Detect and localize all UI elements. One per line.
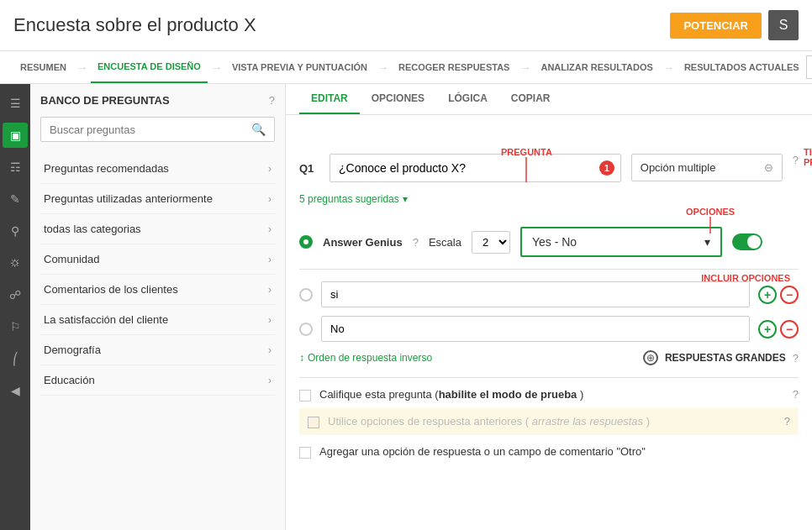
tab-encuesta[interactable]: ENCUESTA DE DISEÑO xyxy=(91,51,208,83)
page-title: Encuesta sobre el producto X xyxy=(13,14,256,36)
checkbox-2-italic: arrastre las respuestas xyxy=(532,415,643,428)
chevron-right-icon: › xyxy=(268,254,272,265)
add-option-0-button[interactable]: + xyxy=(758,286,777,304)
arrow-3: → xyxy=(377,61,388,74)
sidebar-icon-survey[interactable]: ☰ xyxy=(3,91,28,116)
question-badge: 1 xyxy=(599,160,614,176)
radio-inner xyxy=(303,239,308,244)
tab-copiar-label: COPIAR xyxy=(511,92,551,104)
question-row: Q1 1 Opción multiple ⊖ ? xyxy=(299,154,799,182)
escala-select[interactable]: 2 3 4 5 xyxy=(472,231,510,254)
sidebar-item-satisfaccion[interactable]: La satisfacción del cliente › xyxy=(40,305,275,335)
checkbox-2-text-start: Utilice opciones de respuesta anteriores… xyxy=(328,415,532,428)
answer-genius-radio[interactable] xyxy=(299,235,313,249)
sidebar-help-icon[interactable]: ? xyxy=(269,94,275,107)
options-value: Yes - No xyxy=(532,235,577,249)
remove-option-0-button[interactable]: − xyxy=(780,286,799,304)
toggle-ball xyxy=(747,235,761,249)
answer-genius-row: Answer Genius ? Escala 2 3 4 5 Yes - No … xyxy=(299,227,799,270)
proximo-button[interactable]: PRÓXIMO → xyxy=(806,55,812,79)
tab-copiar[interactable]: COPIAR xyxy=(499,84,562,114)
large-responses-help-icon[interactable]: ? xyxy=(793,352,799,365)
sidebar-icon-bank[interactable]: ▣ xyxy=(3,123,28,148)
large-responses-label: RESPUESTAS GRANDES xyxy=(665,352,786,364)
sidebar-icon-copy[interactable]: ⎛ xyxy=(3,346,28,371)
answer-option-0: + − xyxy=(299,281,799,307)
question-help-icon[interactable]: ? xyxy=(793,154,799,166)
tab-analizar[interactable]: ANALIZAR RESULTADOS xyxy=(534,52,659,82)
search-icon: 🔍 xyxy=(251,123,266,136)
answer-genius-help-icon[interactable]: ? xyxy=(413,236,419,249)
option-radio-0[interactable] xyxy=(299,288,313,302)
sidebar-item-educacion[interactable]: Educación › xyxy=(40,365,275,396)
sidebar-panel: BANCO DE PREGUNTAS ? 🔍 Preguntas recomen… xyxy=(30,84,285,530)
checkbox-2-help-icon[interactable]: ? xyxy=(784,415,790,428)
annotation-tipo: TIPO DE PREGUNTA xyxy=(804,147,812,167)
chevron-right-icon: › xyxy=(268,314,272,326)
tab-logica-label: LÓGICA xyxy=(448,92,488,104)
option-buttons-1: + − xyxy=(758,320,799,338)
checkbox-1[interactable] xyxy=(299,390,311,401)
checkbox-1-text-start: Califique esta pregunta ( xyxy=(319,388,439,401)
search-input[interactable] xyxy=(50,123,251,136)
question-type-wrap: Opción multiple ⊖ xyxy=(631,154,783,181)
tab-analizar-label: ANALIZAR RESULTADOS xyxy=(540,62,652,72)
content-area: EDITAR OPCIONES LÓGICA COPIAR PREGUNTA xyxy=(286,84,812,530)
checkbox-3[interactable] xyxy=(299,447,311,459)
sidebar-item-comunidad[interactable]: Comunidad › xyxy=(40,244,275,275)
sidebar-item-categorias[interactable]: todas las categorias › xyxy=(40,214,275,244)
question-type-label: Opción multiple xyxy=(641,161,716,174)
answer-genius-toggle[interactable] xyxy=(732,234,762,250)
sidebar-icon-list[interactable]: ☍ xyxy=(3,282,28,307)
sidebar-icon-arrow[interactable]: ◀ xyxy=(3,378,28,403)
content-tabs: EDITAR OPCIONES LÓGICA COPIAR xyxy=(286,84,812,115)
remove-option-1-button[interactable]: − xyxy=(780,320,799,338)
user-button[interactable]: S xyxy=(768,10,799,40)
question-type-select[interactable]: Opción multiple ⊖ xyxy=(631,154,783,181)
suggestions-text: 5 preguntas sugeridas xyxy=(299,193,399,205)
tab-actuales[interactable]: RESULTADOS ACTUALES xyxy=(678,52,806,82)
sidebar-icon-chart[interactable]: ☶ xyxy=(3,155,28,180)
option-input-1[interactable] xyxy=(321,316,750,342)
sidebar-item-label: Preguntas utilizadas anteriormente xyxy=(44,192,213,205)
large-responses-area: ⊕ RESPUESTAS GRANDES ? xyxy=(643,350,799,365)
sidebar-item-utilizadas[interactable]: Preguntas utilizadas anteriormente › xyxy=(40,184,275,214)
tab-logica[interactable]: LÓGICA xyxy=(436,84,499,114)
reverse-order-link[interactable]: ↕ Orden de respuesta inverso xyxy=(299,352,432,364)
sidebar-header: BANCO DE PREGUNTAS ? xyxy=(40,94,275,107)
checkbox-row-2: Utilice opciones de respuesta anteriores… xyxy=(299,408,799,435)
options-dropdown[interactable]: Yes - No ▾ xyxy=(520,227,722,257)
large-plus-icon[interactable]: ⊕ xyxy=(643,350,658,365)
suggestions-link[interactable]: 5 preguntas sugeridas ▾ xyxy=(299,193,408,205)
option-input-0[interactable] xyxy=(321,281,750,307)
reverse-order-text: Orden de respuesta inverso xyxy=(308,352,432,364)
question-input[interactable] xyxy=(330,154,621,182)
escala-label: Escala xyxy=(429,236,461,249)
search-box: 🔍 xyxy=(40,117,275,142)
sidebar-item-label: todas las categorias xyxy=(44,223,141,235)
potenciar-button[interactable]: POTENCIAR xyxy=(670,13,762,39)
checkbox-1-help-icon[interactable]: ? xyxy=(793,388,799,401)
tab-editar[interactable]: EDITAR xyxy=(299,84,360,114)
chevron-right-icon: › xyxy=(268,163,272,175)
sidebar-item-label: Demografía xyxy=(44,344,101,356)
checkbox-2[interactable] xyxy=(308,417,319,428)
checkbox-2-text-end: ) xyxy=(643,415,650,428)
sidebar-icon-branch[interactable]: ⚲ xyxy=(3,218,28,244)
option-radio-1[interactable] xyxy=(299,323,313,336)
sidebar-item-demografia[interactable]: Demografía › xyxy=(40,335,275,365)
sidebar-icon-settings[interactable]: ⛭ xyxy=(3,250,28,275)
sidebar-item-label: Comunidad xyxy=(44,253,100,265)
sidebar-item-comentarios[interactable]: Comentarios de los clientes › xyxy=(40,275,275,305)
tab-recoger[interactable]: RECOGER RESPUESTAS xyxy=(392,52,516,82)
nav-tabs: RESUMEN → ENCUESTA DE DISEÑO → VISTA PRE… xyxy=(0,51,812,84)
sidebar-icon-pen[interactable]: ✎ xyxy=(3,186,28,212)
tab-preview[interactable]: VISTA PREVIA Y PUNTUACIÓN xyxy=(225,52,374,82)
tab-encuesta-label: ENCUESTA DE DISEÑO xyxy=(98,61,201,71)
tab-opciones[interactable]: OPCIONES xyxy=(360,84,436,114)
tab-resumen[interactable]: RESUMEN xyxy=(13,52,73,82)
sidebar-icon-tag[interactable]: ⚐ xyxy=(3,314,28,339)
tab-actuales-label: RESULTADOS ACTUALES xyxy=(684,62,799,72)
sidebar-item-recomendadas[interactable]: Preguntas recomendadas › xyxy=(40,154,275,184)
add-option-1-button[interactable]: + xyxy=(758,320,777,338)
